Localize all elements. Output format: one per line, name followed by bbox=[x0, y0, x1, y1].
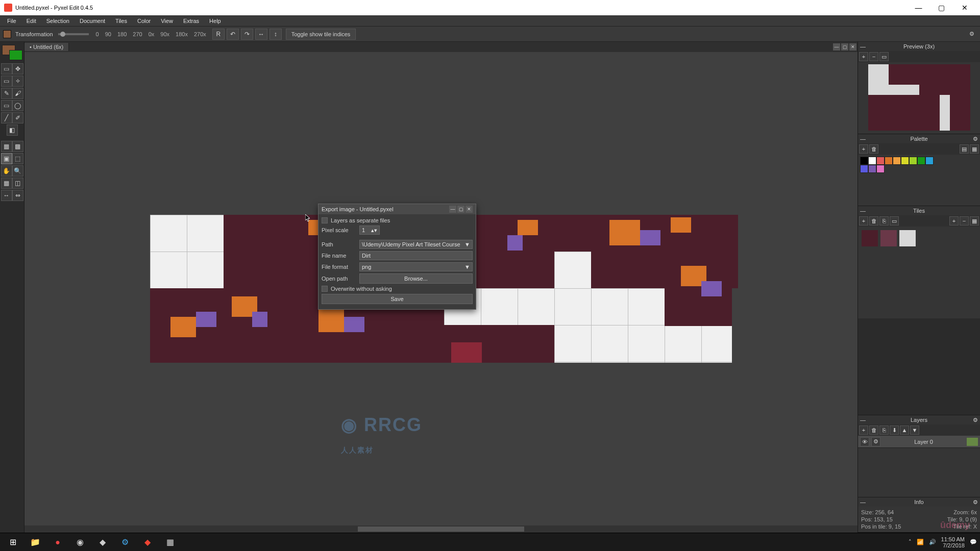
select-tool[interactable]: ▭ bbox=[1, 76, 12, 87]
palette-add[interactable]: + bbox=[859, 144, 868, 154]
tile-draw-tool[interactable]: ▦ bbox=[1, 141, 12, 152]
tiles-list[interactable] bbox=[858, 227, 980, 318]
settings-icon[interactable]: ⚙ bbox=[967, 29, 977, 39]
tray-volume-icon[interactable]: 🔊 bbox=[929, 539, 936, 545]
taskbar-explorer[interactable]: 📁 bbox=[26, 535, 45, 550]
arrow-tool[interactable]: ↔ bbox=[1, 190, 12, 201]
menu-file[interactable]: File bbox=[2, 17, 21, 25]
palette-color[interactable] bbox=[868, 165, 876, 173]
menu-extras[interactable]: Extras bbox=[178, 17, 204, 25]
preview-fit[interactable]: ▭ bbox=[879, 52, 889, 61]
palette-mode-b[interactable]: ▦ bbox=[970, 144, 979, 154]
format-dropdown[interactable]: png▼ bbox=[359, 262, 473, 271]
taskbar-chrome[interactable]: ● bbox=[48, 535, 67, 550]
window-close[interactable]: ✕ bbox=[953, 0, 976, 15]
info-collapse-icon[interactable]: — bbox=[860, 499, 866, 505]
palette-color[interactable] bbox=[917, 157, 925, 165]
palette-collapse-icon[interactable]: — bbox=[860, 136, 866, 142]
path-dropdown[interactable]: \Udemy\Udemy Pixel Art Tileset Course▼ bbox=[359, 240, 473, 249]
eyedropper-tool[interactable]: ✐ bbox=[12, 112, 23, 123]
tile-thumb[interactable] bbox=[880, 230, 897, 246]
rect-tool[interactable]: ▭ bbox=[1, 100, 12, 111]
menu-document[interactable]: Document bbox=[75, 17, 110, 25]
dialog-minimize[interactable]: — bbox=[449, 206, 456, 213]
overwrite-checkbox[interactable] bbox=[322, 286, 328, 292]
document-tab[interactable]: • Untitled (6x) bbox=[24, 43, 69, 51]
palette-mode-a[interactable]: ▤ bbox=[960, 144, 969, 154]
dialog-titlebar[interactable]: Export image - Untitled.pyxel — ▢ ✕ bbox=[318, 204, 476, 214]
menu-selection[interactable]: Selection bbox=[41, 17, 75, 25]
reset-rotation-button[interactable]: R bbox=[212, 29, 225, 40]
pixel-scale-stepper[interactable]: 1▴▾ bbox=[359, 226, 380, 235]
window-minimize[interactable]: — bbox=[907, 0, 930, 15]
color-swatches[interactable] bbox=[2, 45, 22, 60]
palette-color[interactable] bbox=[868, 157, 876, 165]
palette-color[interactable] bbox=[925, 157, 934, 165]
tiles-zoom-in[interactable]: + bbox=[949, 216, 959, 226]
layer-settings-icon[interactable]: ⚙ bbox=[871, 437, 880, 446]
background-color[interactable] bbox=[9, 50, 22, 60]
dialog-close[interactable]: ✕ bbox=[465, 206, 473, 213]
save-button[interactable]: Save bbox=[322, 294, 473, 304]
browse-button[interactable]: Browse... bbox=[359, 273, 473, 284]
palette-color[interactable] bbox=[860, 165, 868, 173]
menu-view[interactable]: View bbox=[156, 17, 178, 25]
info-settings-icon[interactable]: ⚙ bbox=[973, 499, 978, 506]
layer-down[interactable]: ▼ bbox=[910, 425, 919, 435]
doc-minimize[interactable]: — bbox=[833, 43, 840, 51]
menu-help[interactable]: Help bbox=[204, 17, 226, 25]
zoom-tool[interactable]: 🔍 bbox=[12, 165, 23, 177]
taskbar-clock[interactable]: 11:50 AM 7/2/2018 bbox=[941, 536, 965, 548]
system-tray[interactable]: ˄ 📶 🔊 11:50 AM 7/2/2018 💬 bbox=[909, 536, 977, 548]
pointer-tool[interactable]: ▭ bbox=[1, 63, 12, 74]
preview-zoom-in[interactable]: + bbox=[859, 52, 868, 61]
layer-delete[interactable]: 🗑 bbox=[869, 425, 878, 435]
preview-canvas[interactable] bbox=[858, 62, 980, 134]
palette-color[interactable] bbox=[876, 157, 885, 165]
palette-grid[interactable] bbox=[860, 157, 934, 173]
palette-color[interactable] bbox=[909, 157, 917, 165]
filename-input[interactable] bbox=[359, 251, 473, 260]
palette-color[interactable] bbox=[893, 157, 901, 165]
preview-collapse-icon[interactable]: — bbox=[860, 43, 866, 49]
layer-merge[interactable]: ⬇ bbox=[890, 425, 899, 435]
transformation-slider[interactable] bbox=[58, 33, 89, 35]
toggle-tile-indices-button[interactable]: Toggle show tile indices bbox=[286, 29, 356, 40]
tile-select-tool[interactable]: ⬚ bbox=[12, 153, 23, 164]
tiles-dup[interactable]: ⎘ bbox=[879, 216, 889, 226]
flip-v-button[interactable]: ↕ bbox=[270, 29, 282, 40]
rotate-right-button[interactable]: ↷ bbox=[241, 29, 253, 40]
horizontal-scrollbar[interactable] bbox=[24, 525, 857, 533]
palette-color[interactable] bbox=[901, 157, 909, 165]
palette-color[interactable] bbox=[860, 157, 868, 165]
preview-zoom-out[interactable]: − bbox=[869, 52, 878, 61]
tray-notifications-icon[interactable]: 💬 bbox=[970, 539, 977, 545]
layers-collapse-icon[interactable]: — bbox=[860, 417, 866, 423]
flip-h-button[interactable]: ↔ bbox=[255, 29, 267, 40]
menu-edit[interactable]: Edit bbox=[21, 17, 41, 25]
misc-tool[interactable]: ◫ bbox=[12, 178, 23, 189]
tile-thumb[interactable] bbox=[862, 230, 878, 246]
layers-settings-icon[interactable]: ⚙ bbox=[973, 417, 978, 423]
grid-tool[interactable]: ▦ bbox=[1, 178, 12, 189]
taskbar-app1[interactable]: ◆ bbox=[93, 535, 112, 550]
layer-visible-icon[interactable]: 👁 bbox=[860, 437, 869, 446]
line-tool[interactable]: ╱ bbox=[1, 112, 12, 123]
hand-tool[interactable]: ✋ bbox=[1, 165, 12, 177]
tiles-zoom-out[interactable]: − bbox=[960, 216, 969, 226]
palette-color[interactable] bbox=[885, 157, 893, 165]
layer-dup[interactable]: ⎘ bbox=[879, 425, 889, 435]
brush-tool[interactable]: 🖌 bbox=[12, 88, 23, 99]
eraser-tool[interactable]: ◧ bbox=[7, 124, 18, 136]
circle-tool[interactable]: ◯ bbox=[12, 100, 23, 111]
layer-up[interactable]: ▲ bbox=[900, 425, 909, 435]
palette-color[interactable] bbox=[876, 165, 885, 173]
dialog-maximize[interactable]: ▢ bbox=[457, 206, 464, 213]
tray-up-icon[interactable]: ˄ bbox=[909, 539, 912, 545]
pencil-tool[interactable]: ✎ bbox=[1, 88, 12, 99]
doc-close[interactable]: ✕ bbox=[849, 43, 856, 51]
window-maximize[interactable]: ▢ bbox=[930, 0, 953, 15]
tiles-clear[interactable]: ▭ bbox=[890, 216, 899, 226]
tiles-collapse-icon[interactable]: — bbox=[860, 208, 866, 214]
menu-color[interactable]: Color bbox=[132, 17, 156, 25]
